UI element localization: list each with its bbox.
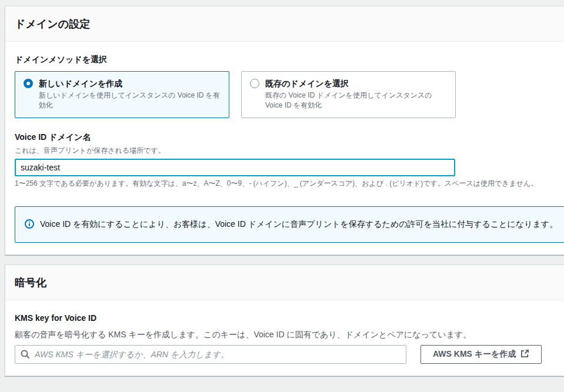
tile-create-new-domain-description: 新しいドメインを使用してインスタンスの Voice ID を有効化 — [39, 91, 221, 110]
create-kms-key-button-label: AWS KMS キーを作成 — [433, 349, 516, 360]
info-icon — [25, 219, 34, 231]
tile-select-existing-domain[interactable]: 既存のドメインを選択 既存の Voice ID ドメインを使用してインスタンスの… — [241, 71, 456, 118]
tile-select-existing-domain-label: 既存のドメインを選択 — [265, 78, 349, 89]
domain-settings-header: ドメインの設定 — [5, 6, 564, 42]
domain-method-label: ドメインメソッドを選択 — [15, 53, 564, 65]
domain-name-field: Voice ID ドメイン名 これは、音声プリントが保存される場所です。 1〜2… — [15, 131, 564, 188]
radio-create-new-domain-checked[interactable] — [24, 79, 33, 88]
encryption-title: 暗号化 — [15, 276, 564, 290]
encryption-header: 暗号化 — [5, 265, 564, 300]
tile-select-existing-domain-description: 既存の Voice ID ドメインを使用してインスタンスの Voice ID を… — [265, 91, 447, 110]
kms-key-description: 顧客の音声を暗号化する KMS キーを作成します。このキーは、Voice ID … — [15, 329, 564, 340]
create-kms-key-button[interactable]: AWS KMS キーを作成 — [421, 345, 542, 364]
kms-key-label: KMS key for Voice ID — [15, 312, 564, 324]
kms-key-row: AWS KMS キーを作成 — [15, 345, 564, 364]
kms-key-search-wrap — [15, 345, 406, 364]
tile-label-row: 既存のドメインを選択 — [250, 78, 447, 89]
alert-message: Voice ID を有効にすることにより、お客様は、Voice ID ドメインに… — [40, 218, 558, 230]
search-icon — [21, 350, 30, 361]
domain-name-description: これは、音声プリントが保存される場所です。 — [15, 146, 564, 155]
domain-settings-card: ドメインの設定 ドメインメソッドを選択 新しいドメインを作成 新しいドメインを使… — [5, 6, 564, 255]
tile-create-new-domain-label: 新しいドメインを作成 — [39, 78, 122, 89]
domain-name-label: Voice ID ドメイン名 — [15, 131, 564, 143]
kms-key-search-input[interactable] — [15, 345, 406, 364]
tile-label-row: 新しいドメインを作成 — [24, 78, 221, 89]
domain-method-tiles: 新しいドメインを作成 新しいドメインを使用してインスタンスの Voice ID … — [15, 71, 564, 118]
encryption-body: KMS key for Voice ID 顧客の音声を暗号化する KMS キーを… — [5, 300, 564, 376]
domain-name-constraint: 1〜256 文字である必要があります。有効な文字は、a〜z、A〜Z、0〜9、- … — [15, 179, 564, 188]
domain-name-input[interactable] — [15, 159, 455, 176]
domain-settings-body: ドメインメソッドを選択 新しいドメインを作成 新しいドメインを使用してインスタン… — [5, 42, 564, 254]
tile-create-new-domain[interactable]: 新しいドメインを作成 新しいドメインを使用してインスタンスの Voice ID … — [15, 71, 229, 118]
external-link-icon — [520, 349, 529, 360]
encryption-card: 暗号化 KMS key for Voice ID 顧客の音声を暗号化する KMS… — [5, 264, 564, 376]
radio-select-existing-domain-unchecked[interactable] — [250, 79, 259, 88]
voiceid-consent-alert: Voice ID を有効にすることにより、お客様は、Voice ID ドメインに… — [15, 206, 564, 243]
domain-settings-title: ドメインの設定 — [15, 17, 564, 31]
